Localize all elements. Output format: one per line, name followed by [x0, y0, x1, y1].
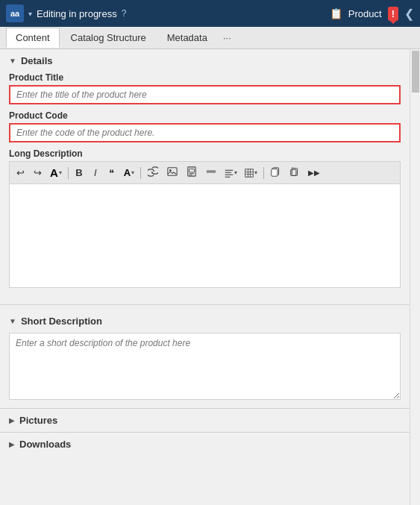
downloads-label: Downloads — [19, 439, 71, 450]
table-icon — [245, 169, 254, 178]
section-divider-1 — [0, 304, 410, 305]
pictures-section[interactable]: ▶ Pictures — [0, 408, 410, 432]
paste-format-button[interactable] — [286, 165, 303, 181]
copy-format-icon — [271, 167, 280, 177]
tab-catalog-structure[interactable]: Catalog Structure — [61, 28, 156, 48]
italic-button[interactable]: I — [88, 165, 103, 181]
font-color-arrow: ▾ — [131, 169, 134, 176]
align-icon — [225, 169, 233, 178]
font-color-icon: A — [124, 167, 131, 178]
clipboard-icon: 📋 — [330, 7, 342, 19]
short-description-header: ▼ Short Description — [9, 316, 401, 327]
blockquote-button[interactable]: ❝ — [104, 165, 119, 181]
app-logo: aa — [6, 4, 24, 22]
copy-format-button[interactable] — [267, 165, 284, 181]
bold-button[interactable]: B — [72, 165, 87, 181]
main-content: ▼ Details Product Title Product Code Lon… — [0, 49, 420, 505]
svg-rect-6 — [207, 170, 216, 173]
svg-rect-11 — [245, 169, 254, 177]
long-description-group: Long Description ↩ ↪ A ▾ B I ❝ A ▾ — [9, 148, 401, 288]
product-title-group: Product Title — [9, 72, 401, 104]
product-code-label: Product Code — [9, 110, 401, 121]
dropdown-icon[interactable]: ▾ — [28, 10, 32, 18]
pictures-label: Pictures — [19, 415, 57, 426]
toolbar-separator-2 — [140, 167, 141, 179]
toolbar-separator-3 — [263, 167, 264, 179]
font-color-dropdown[interactable]: A ▾ — [121, 165, 137, 181]
tab-content[interactable]: Content — [6, 28, 60, 48]
pictures-toggle[interactable]: ▶ — [9, 416, 15, 424]
header-left: aa ▾ Editing in progress ? — [6, 4, 126, 22]
downloads-section[interactable]: ▶ Downloads — [0, 432, 410, 456]
product-label: Product — [348, 8, 382, 19]
svg-rect-0 — [168, 168, 177, 176]
rich-text-toolbar: ↩ ↪ A ▾ B I ❝ A ▾ — [9, 161, 401, 184]
header-title: Editing in progress — [37, 8, 117, 19]
align-arrow: ▾ — [234, 169, 237, 176]
table-arrow: ▾ — [254, 169, 257, 176]
tab-metadata[interactable]: Metadata — [157, 28, 217, 48]
link-button[interactable] — [144, 164, 162, 181]
long-description-label: Long Description — [9, 148, 401, 159]
tab-bar: Content Catalog Structure Metadata ··· — [0, 27, 420, 49]
tab-more[interactable]: ··· — [219, 28, 236, 47]
more-toolbar-button[interactable]: ▶▶ — [304, 166, 324, 179]
svg-point-1 — [169, 169, 172, 172]
embed-image-icon — [187, 166, 197, 177]
align-dropdown[interactable]: ▾ — [222, 166, 240, 180]
image-icon — [167, 166, 178, 177]
short-description-label: Short Description — [21, 316, 102, 327]
undo-button[interactable]: ↩ — [13, 165, 28, 181]
details-section-header: ▼ Details — [9, 55, 401, 66]
image2-button[interactable] — [183, 164, 201, 181]
scrollbar[interactable] — [410, 49, 420, 505]
svg-rect-17 — [272, 169, 278, 176]
font-size-icon: A — [50, 166, 58, 179]
image-button[interactable] — [163, 164, 181, 181]
font-size-dropdown[interactable]: A ▾ — [47, 164, 65, 181]
back-arrow[interactable]: ❮ — [404, 7, 414, 21]
header: aa ▾ Editing in progress ? 📋 Product ! ❮ — [0, 0, 420, 27]
notification-bell[interactable]: ! — [388, 7, 398, 21]
product-title-label: Product Title — [9, 72, 401, 83]
details-section: ▼ Details Product Title Product Code Lon… — [0, 49, 410, 300]
redo-button[interactable]: ↪ — [30, 165, 46, 181]
horizontal-rule-icon — [206, 166, 216, 177]
svg-rect-19 — [291, 169, 296, 175]
help-icon[interactable]: ? — [122, 8, 127, 19]
short-description-section: ▼ Short Description — [0, 310, 410, 408]
product-code-input[interactable] — [9, 123, 401, 142]
product-title-input[interactable] — [9, 85, 401, 104]
header-right: 📋 Product ! ❮ — [330, 7, 414, 21]
downloads-toggle[interactable]: ▶ — [9, 440, 15, 448]
table-dropdown[interactable]: ▾ — [242, 166, 260, 180]
details-label: Details — [21, 55, 53, 66]
content-panel: ▼ Details Product Title Product Code Lon… — [0, 49, 410, 505]
short-description-toggle[interactable]: ▼ — [9, 317, 16, 325]
hr-button[interactable] — [202, 164, 220, 181]
product-code-group: Product Code — [9, 110, 401, 142]
long-description-editor[interactable] — [9, 184, 401, 288]
link-icon — [148, 166, 158, 177]
scrollbar-thumb[interactable] — [410, 49, 420, 94]
font-size-arrow: ▾ — [59, 169, 62, 176]
details-toggle[interactable]: ▼ — [9, 57, 16, 65]
svg-rect-3 — [189, 169, 195, 172]
toolbar-separator-1 — [68, 167, 69, 179]
paste-format-icon — [289, 167, 299, 177]
short-description-input[interactable] — [9, 333, 401, 400]
